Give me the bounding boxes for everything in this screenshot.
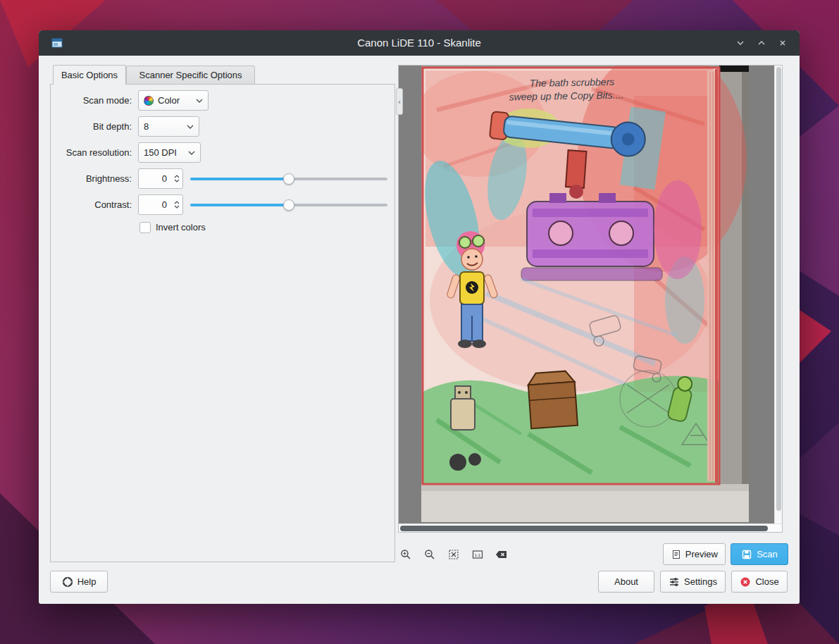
spin-down-button[interactable] (174, 179, 180, 183)
scan-button[interactable]: Scan (731, 543, 788, 565)
clear-selections-button[interactable] (495, 548, 508, 561)
chevron-down-icon (188, 150, 195, 156)
panel-collapse-handle[interactable]: ‹ (396, 88, 403, 115)
brightness-value: 0 (139, 169, 170, 188)
slider-fill (190, 204, 289, 206)
clear-selections-icon (495, 549, 508, 560)
settings-button[interactable]: Settings (660, 571, 726, 593)
zoom-fit-icon (448, 549, 459, 560)
configure-sliders-icon (669, 576, 680, 588)
zoom-out-button[interactable] (423, 548, 436, 561)
bit-depth-combobox[interactable]: 8 (138, 116, 199, 137)
settings-button-label: Settings (684, 576, 717, 587)
preview-document-icon (671, 549, 681, 560)
zoom-original-label: 1:1 (475, 553, 481, 557)
scan-button-label: Scan (757, 549, 778, 559)
close-dialog-button[interactable]: Close (731, 571, 788, 593)
brightness-slider[interactable] (190, 168, 387, 189)
bit-depth-label: Bit depth: (51, 116, 132, 137)
maximize-button[interactable] (754, 36, 769, 50)
chevron-up-icon (757, 38, 766, 48)
window-title: Canon LiDE 110 - Skanlite (39, 30, 800, 56)
vertical-scrollbar[interactable] (774, 66, 782, 524)
help-button[interactable]: Help (50, 571, 108, 593)
scan-resolution-combobox[interactable]: 150 DPI (138, 142, 201, 163)
spin-up-button[interactable] (174, 200, 180, 204)
scan-resolution-value: 150 DPI (144, 147, 177, 158)
about-button[interactable]: About (598, 571, 654, 593)
scan-mode-value: Color (158, 95, 180, 106)
zoom-original-icon: 1:1 (472, 549, 483, 560)
scan-caption-line1: The bath scrubbers (529, 76, 614, 89)
scan-resolution-label: Scan resolution: (51, 142, 132, 163)
chevron-down-icon (187, 124, 194, 130)
zoom-original-button[interactable]: 1:1 (471, 548, 484, 561)
skanlite-window: Canon LiDE 110 - Skanlite Basic Options … (39, 30, 800, 604)
close-red-circle-icon (740, 576, 751, 588)
preview-button[interactable]: Preview (663, 543, 726, 565)
slider-fill (190, 178, 289, 180)
bit-depth-value: 8 (144, 121, 149, 132)
spin-down-button[interactable] (174, 205, 180, 209)
help-lifebuoy-icon (62, 576, 73, 588)
tab-basic-options[interactable]: Basic Options (53, 65, 126, 85)
zoom-fit-button[interactable] (447, 548, 460, 561)
invert-colors-label: Invert colors (156, 222, 206, 233)
close-window-button[interactable] (776, 36, 790, 50)
chevron-down-icon (196, 98, 203, 104)
help-button-label: Help (77, 576, 97, 587)
horizontal-scrollbar[interactable] (399, 524, 782, 532)
color-wheel-icon (144, 96, 154, 106)
preview-viewport[interactable]: The bath scrubbers sweep up the Copy Bit… (399, 66, 774, 524)
zoom-in-icon (400, 549, 411, 560)
preview-button-label: Preview (685, 549, 718, 559)
scan-mode-label: Scan mode: (51, 90, 132, 111)
about-button-label: About (614, 576, 638, 587)
close-button-label: Close (755, 576, 778, 587)
brightness-label: Brightness: (51, 168, 132, 189)
titlebar: Canon LiDE 110 - Skanlite (39, 30, 800, 56)
scan-mode-combobox[interactable]: Color (138, 90, 209, 111)
save-icon (741, 549, 752, 560)
horizontal-scrollbar-thumb[interactable] (400, 526, 768, 531)
slider-handle[interactable] (283, 173, 294, 185)
zoom-in-button[interactable] (399, 548, 412, 561)
contrast-value: 0 (139, 195, 170, 214)
vertical-scrollbar-thumb[interactable] (776, 67, 781, 511)
spin-up-button[interactable] (174, 174, 180, 178)
minimize-button[interactable] (733, 36, 747, 50)
brightness-spinbox[interactable]: 0 (138, 168, 183, 189)
zoom-out-icon (424, 549, 435, 560)
chevron-down-icon (735, 38, 745, 48)
slider-handle[interactable] (283, 199, 294, 211)
scan-caption-line2: sweep up the Copy Bits.... (509, 89, 623, 103)
close-x-icon (778, 38, 788, 48)
contrast-spinbox[interactable]: 0 (138, 194, 183, 215)
invert-colors-checkbox[interactable] (139, 222, 151, 233)
preview-panel: The bath scrubbers sweep up the Copy Bit… (398, 65, 783, 533)
tab-scanner-specific-options[interactable]: Scanner Specific Options (126, 66, 255, 84)
contrast-label: Contrast: (51, 194, 132, 215)
scan-preview-image[interactable]: The bath scrubbers sweep up the Copy Bit… (421, 66, 749, 522)
contrast-slider[interactable] (190, 194, 387, 215)
